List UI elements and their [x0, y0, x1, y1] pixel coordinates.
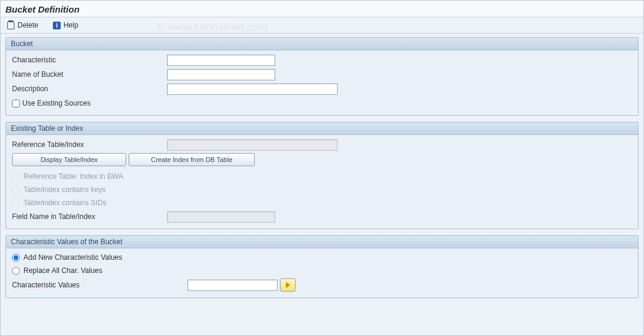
- replace-all-values-radio[interactable]: [12, 267, 20, 275]
- group-charvals-title: Characteristic Values of the Bucket: [6, 236, 638, 248]
- description-label: Description: [10, 85, 167, 93]
- contains-keys-radio: [12, 186, 20, 194]
- description-input[interactable]: [167, 83, 338, 95]
- contains-sids-label: Table/index contains SIDs: [23, 199, 106, 207]
- delete-button-label: Delete: [17, 21, 38, 29]
- help-button-label: Help: [64, 21, 79, 29]
- group-existing-title: Existing Table or Index: [6, 122, 638, 135]
- add-new-values-label: Add New Characteristic Values: [23, 253, 123, 262]
- field-name-label: Field Name in Table/Index: [10, 212, 167, 221]
- replace-all-values-label: Replace All Char. Values: [23, 266, 102, 275]
- page-title: Bucket Definition: [5, 4, 639, 14]
- characteristic-label: Characteristic: [10, 56, 167, 64]
- group-charvals: Characteristic Values of the Bucket Add …: [5, 235, 639, 298]
- toolbar: Delete i Help: [1, 17, 643, 34]
- add-new-values-radio[interactable]: [12, 254, 20, 262]
- field-name-input: [167, 211, 275, 223]
- name-of-bucket-input[interactable]: [167, 69, 275, 80]
- reference-table-label: Reference Table/Index: [10, 140, 167, 149]
- content-area: Bucket Characteristic Name of Bucket Des…: [1, 34, 643, 308]
- contains-keys-label: Table/index contains keys: [23, 185, 106, 194]
- multiple-selection-button[interactable]: [280, 278, 296, 292]
- ref-table-bwa-label: Reference Table: Index in BWA: [23, 172, 123, 181]
- use-existing-checkbox[interactable]: [12, 100, 20, 107]
- char-values-input[interactable]: [187, 280, 278, 291]
- reference-table-input: [167, 139, 338, 151]
- title-bar: Bucket Definition: [1, 1, 643, 17]
- ref-table-bwa-checkbox: [12, 173, 20, 181]
- group-bucket: Bucket Characteristic Name of Bucket Des…: [5, 37, 639, 116]
- delete-button[interactable]: Delete: [7, 21, 38, 29]
- app-window: Bucket Definition Delete i Help © www.tu…: [0, 0, 644, 336]
- help-button[interactable]: i Help: [53, 21, 79, 29]
- group-existing: Existing Table or Index Reference Table/…: [5, 122, 639, 229]
- trash-icon: [7, 21, 15, 29]
- arrow-right-icon: [286, 282, 290, 288]
- characteristic-input[interactable]: [167, 55, 275, 66]
- name-of-bucket-label: Name of Bucket: [10, 70, 167, 79]
- info-icon: i: [53, 21, 61, 29]
- group-bucket-title: Bucket: [6, 38, 638, 50]
- use-existing-label: Use Existing Sources: [22, 99, 91, 107]
- display-table-button[interactable]: Display Table/Index: [12, 153, 126, 166]
- char-values-label: Characteristic Values: [12, 281, 185, 289]
- contains-sids-radio: [12, 199, 20, 207]
- create-index-button[interactable]: Create Index from DB Table: [129, 153, 255, 166]
